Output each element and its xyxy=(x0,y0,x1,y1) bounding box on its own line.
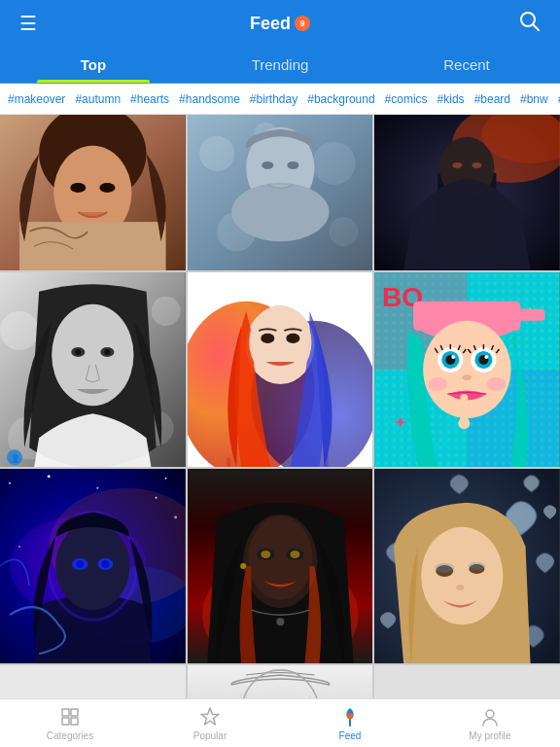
svg-point-41 xyxy=(249,305,311,379)
header: ☰ Feed 9 xyxy=(0,0,560,47)
svg-point-70 xyxy=(487,377,507,391)
hashtag-kids[interactable]: #kids xyxy=(438,92,465,106)
image-comic: BO ★ ✦ xyxy=(374,272,560,467)
grid-item-9[interactable] xyxy=(374,469,560,663)
tab-top[interactable]: Top xyxy=(0,47,187,83)
svg-point-103 xyxy=(436,563,455,573)
svg-point-69 xyxy=(429,377,448,391)
grid-item-8[interactable] xyxy=(188,469,373,663)
image-bokeh xyxy=(188,115,373,270)
feed-icon xyxy=(339,706,361,728)
svg-line-1 xyxy=(533,24,539,30)
hashtag-makeover[interactable]: #makeover xyxy=(8,92,65,106)
svg-point-94 xyxy=(261,551,270,558)
svg-point-6 xyxy=(70,183,86,193)
svg-point-73 xyxy=(48,475,51,478)
hashtag-handsome[interactable]: #handsome xyxy=(179,92,240,106)
svg-rect-45 xyxy=(324,452,328,467)
svg-point-16 xyxy=(262,161,273,169)
nav-categories-label: Categories xyxy=(47,730,93,741)
hashtag-background[interactable]: #background xyxy=(307,92,374,106)
app-title: Feed 9 xyxy=(250,14,310,34)
svg-point-68 xyxy=(459,417,471,429)
svg-point-113 xyxy=(347,713,353,719)
svg-point-102 xyxy=(457,585,465,590)
hashtag-beard[interactable]: #beard xyxy=(474,92,510,106)
svg-point-43 xyxy=(286,334,299,343)
grid-item-4[interactable]: 👤 xyxy=(0,272,186,467)
svg-point-72 xyxy=(9,482,11,484)
hashtag-comics[interactable]: #comics xyxy=(385,92,428,106)
nav-feed[interactable]: Feed xyxy=(280,706,420,741)
hashtag-hearts[interactable]: #hearts xyxy=(130,92,169,106)
popular-icon xyxy=(199,706,221,728)
svg-point-27 xyxy=(152,297,181,326)
image-bw-girl: 👤 xyxy=(0,272,186,467)
tab-trending[interactable]: Trending xyxy=(187,47,373,83)
svg-point-34 xyxy=(104,349,110,355)
svg-point-104 xyxy=(469,562,486,570)
svg-point-95 xyxy=(290,551,299,558)
hashtag-bar: #makeover #autumn #hearts #handsome #bir… xyxy=(0,84,560,115)
categories-icon xyxy=(59,706,81,728)
nav-profile[interactable]: My profile xyxy=(420,706,560,741)
search-icon xyxy=(519,11,541,32)
image-redhair xyxy=(188,469,373,663)
svg-point-33 xyxy=(75,349,81,355)
profile-icon xyxy=(479,706,501,728)
svg-point-82 xyxy=(55,522,129,610)
nav-popular[interactable]: Popular xyxy=(140,706,280,741)
svg-point-42 xyxy=(261,334,274,343)
nav-feed-label: Feed xyxy=(339,730,362,741)
grid-item-3[interactable] xyxy=(374,115,560,270)
svg-point-96 xyxy=(240,563,246,569)
svg-point-15 xyxy=(231,183,329,241)
svg-point-86 xyxy=(76,560,84,568)
svg-point-97 xyxy=(276,618,284,625)
svg-point-64 xyxy=(452,355,456,359)
nav-profile-label: My profile xyxy=(469,730,510,741)
search-button[interactable] xyxy=(515,7,544,41)
nav-categories[interactable]: Categories xyxy=(0,706,140,741)
image-dark-girl xyxy=(374,115,560,270)
svg-text:👤: 👤 xyxy=(11,453,21,463)
svg-point-24 xyxy=(472,162,482,168)
svg-rect-56 xyxy=(511,309,545,321)
svg-point-17 xyxy=(287,161,298,169)
image-watercolor xyxy=(188,272,373,467)
svg-point-12 xyxy=(329,217,358,246)
hashtag-autumn[interactable]: #autumn xyxy=(75,92,121,106)
svg-point-66 xyxy=(463,374,472,380)
tab-bar: Top Trending Recent xyxy=(0,47,560,84)
svg-point-26 xyxy=(0,311,39,350)
svg-rect-5 xyxy=(19,222,166,270)
grid-item-6[interactable]: BO ★ ✦ xyxy=(374,272,560,467)
hashtag-bnw[interactable]: #bnw xyxy=(520,92,548,106)
svg-point-11 xyxy=(312,142,355,185)
svg-point-99 xyxy=(421,527,503,624)
grid-item-7[interactable] xyxy=(0,469,186,663)
svg-rect-44 xyxy=(227,457,230,467)
grid-item-2[interactable] xyxy=(188,115,373,270)
svg-point-65 xyxy=(485,355,489,359)
tab-recent[interactable]: Recent xyxy=(373,47,560,83)
notification-badge: 9 xyxy=(295,16,310,31)
nav-popular-label: Popular xyxy=(193,730,227,741)
image-hearts xyxy=(374,469,560,663)
svg-text:✦: ✦ xyxy=(394,413,406,431)
grid-item-1[interactable] xyxy=(0,115,186,270)
hashtag-birthday[interactable]: #birthday xyxy=(250,92,298,106)
svg-point-74 xyxy=(96,487,98,489)
image-grid: 👤 xyxy=(0,115,560,698)
bottom-nav: Categories Popular Feed My profile xyxy=(0,698,560,747)
svg-point-75 xyxy=(165,478,167,480)
svg-point-23 xyxy=(453,162,463,168)
grid-item-5[interactable] xyxy=(188,272,373,467)
image-galaxy xyxy=(0,469,186,663)
image-tattoo xyxy=(0,115,186,270)
menu-button[interactable]: ☰ xyxy=(16,8,41,39)
svg-point-87 xyxy=(101,560,109,568)
svg-point-9 xyxy=(199,136,234,171)
svg-point-7 xyxy=(99,183,115,193)
title-text: Feed xyxy=(250,14,291,34)
